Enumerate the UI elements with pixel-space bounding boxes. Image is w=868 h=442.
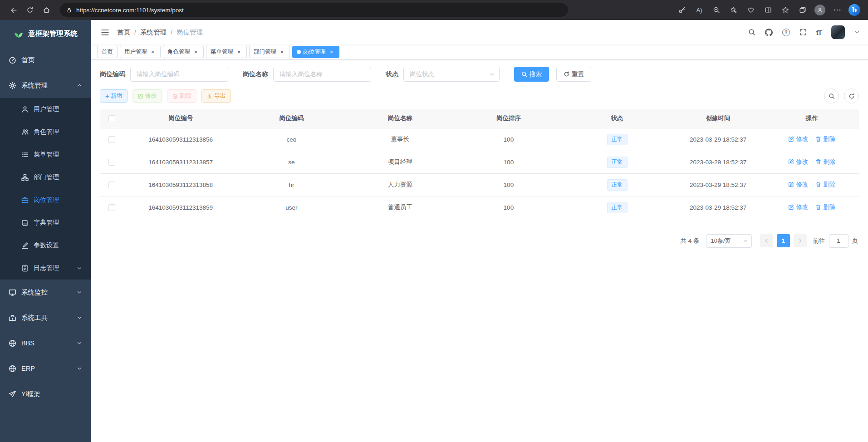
tab-close-icon[interactable]: × [235, 49, 242, 55]
monitor-icon [9, 289, 16, 296]
header-search-icon[interactable] [748, 29, 755, 36]
read-aloud-icon[interactable]: A) [691, 3, 707, 17]
sidebar-item-dept-management[interactable]: 部门管理 [0, 166, 91, 189]
browser-essentials-icon[interactable] [743, 3, 759, 17]
page-number-button[interactable]: 1 [777, 234, 790, 247]
breadcrumb-home[interactable]: 首页 [117, 28, 130, 37]
help-icon[interactable]: ? [782, 29, 790, 36]
zoom-out-icon[interactable] [708, 3, 725, 17]
tab-close-icon[interactable]: × [149, 49, 156, 55]
back-icon[interactable] [5, 3, 22, 17]
tab-role-management[interactable]: 角色管理 × [163, 46, 204, 58]
refresh-table-icon[interactable] [844, 88, 859, 103]
row-checkbox[interactable] [108, 204, 115, 211]
page-size-select[interactable]: 10条/页 [706, 234, 752, 248]
next-page-button[interactable] [794, 234, 807, 247]
user-avatar[interactable] [831, 25, 845, 39]
sidebar-item-label: 岗位管理 [34, 196, 59, 204]
sidebar-item-bbs[interactable]: BBS [0, 330, 91, 356]
avatar-dropdown-caret-icon[interactable] [854, 29, 860, 35]
goto-page-input[interactable] [829, 234, 848, 248]
sidebar-item-yi-framework[interactable]: Yi框架 [0, 381, 91, 407]
tab-close-icon[interactable]: × [279, 49, 285, 55]
sidebar-item-post-management[interactable]: 岗位管理 [0, 189, 91, 211]
post-name-input[interactable] [273, 67, 371, 82]
favorites-bar-icon[interactable] [777, 3, 794, 17]
status-badge: 正常 [607, 134, 628, 145]
collections-icon[interactable] [794, 3, 811, 17]
sidebar-toggle-icon[interactable] [96, 24, 113, 41]
sidebar-item-system-monitor[interactable]: 系统监控 [0, 280, 91, 305]
row-delete-button[interactable]: 删除 [815, 158, 835, 166]
home-icon[interactable] [38, 3, 54, 17]
sidebar-item-erp[interactable]: ERP [0, 356, 91, 381]
tab-close-icon[interactable]: × [328, 49, 335, 55]
refresh-icon[interactable] [22, 3, 38, 17]
tab-post-management[interactable]: 岗位管理 × [292, 46, 339, 58]
sidebar-item-home[interactable]: 首页 [0, 47, 91, 73]
sidebar-item-user-management[interactable]: 用户管理 [0, 98, 91, 121]
post-code-input[interactable] [130, 67, 228, 82]
tab-dept-management[interactable]: 部门管理 × [249, 46, 290, 58]
prev-page-button[interactable] [760, 234, 773, 247]
download-icon [207, 93, 212, 99]
tab-label: 菜单管理 [211, 48, 233, 56]
status-badge: 正常 [607, 157, 628, 168]
sidebar-item-dict-management[interactable]: 字典管理 [0, 211, 91, 234]
search-button[interactable]: 搜索 [514, 67, 549, 82]
sidebar-item-label: ERP [21, 365, 35, 372]
status-select[interactable]: 岗位状态 [403, 67, 500, 82]
tab-close-icon[interactable]: × [192, 49, 199, 55]
cell-checkbox [100, 128, 124, 151]
cell-post-code: ceo [237, 128, 346, 151]
export-button[interactable]: 导出 [201, 89, 231, 103]
tab-menu-management[interactable]: 菜单管理 × [206, 46, 247, 58]
sidebar-item-label: 首页 [21, 56, 34, 64]
address-bar[interactable]: https://ccnetcore.com:1101/system/post [60, 3, 568, 17]
row-edit-button[interactable]: 修改 [788, 203, 808, 211]
sidebar-item-menu-management[interactable]: 菜单管理 [0, 143, 91, 166]
table-row: 1641030593112313859 user 普通员工 100 正常 202… [100, 196, 859, 219]
trash-icon [815, 159, 821, 165]
edit-button[interactable]: 修改 [132, 89, 162, 103]
sidebar-item-system-tools[interactable]: 系统工具 [0, 305, 91, 330]
chevron-down-icon [490, 72, 495, 77]
password-key-icon[interactable] [674, 3, 690, 17]
delete-button[interactable]: 删除 [167, 89, 196, 103]
reset-button[interactable]: 重置 [556, 67, 591, 82]
sidebar-item-role-management[interactable]: 角色管理 [0, 121, 91, 143]
add-favorite-icon[interactable] [726, 3, 742, 17]
row-delete-label: 删除 [823, 181, 835, 189]
cell-created-time: 2023-03-29 18:52:37 [672, 196, 765, 219]
breadcrumb: 首页 / 系统管理 / 岗位管理 [117, 28, 203, 37]
bing-copilot-icon[interactable]: b [846, 3, 863, 17]
sidebar-item-log-management[interactable]: 日志管理 [0, 257, 91, 280]
select-all-checkbox[interactable] [108, 115, 115, 122]
sidebar-item-system-management[interactable]: 系统管理 [0, 73, 91, 98]
cell-post-code: hr [237, 173, 346, 196]
browser-menu-icon[interactable]: ⋯ [829, 3, 845, 17]
row-delete-button[interactable]: 删除 [815, 181, 835, 189]
tab-user-management[interactable]: 用户管理 × [120, 46, 161, 58]
fullscreen-icon[interactable] [799, 29, 807, 36]
goto-label: 前往 [813, 237, 825, 245]
breadcrumb-system[interactable]: 系统管理 [140, 28, 167, 37]
row-edit-button[interactable]: 修改 [788, 158, 808, 166]
profile-avatar[interactable] [812, 3, 828, 17]
app-logo[interactable]: 意框架管理系统 [0, 20, 91, 47]
split-screen-icon[interactable] [760, 3, 776, 17]
font-size-icon[interactable]: tT [816, 29, 822, 36]
tab-home[interactable]: 首页 [97, 46, 118, 58]
sidebar-item-param-settings[interactable]: 参数设置 [0, 234, 91, 257]
add-button[interactable]: + 新增 [100, 89, 128, 103]
lock-icon[interactable] [66, 7, 72, 13]
toggle-search-icon[interactable] [824, 88, 839, 103]
row-checkbox[interactable] [108, 182, 115, 188]
row-edit-button[interactable]: 修改 [788, 135, 808, 143]
row-checkbox[interactable] [108, 159, 115, 166]
row-delete-button[interactable]: 删除 [815, 135, 835, 143]
row-checkbox[interactable] [108, 136, 115, 143]
row-edit-button[interactable]: 修改 [788, 181, 808, 189]
row-delete-button[interactable]: 删除 [815, 203, 835, 211]
github-icon[interactable] [765, 29, 773, 36]
